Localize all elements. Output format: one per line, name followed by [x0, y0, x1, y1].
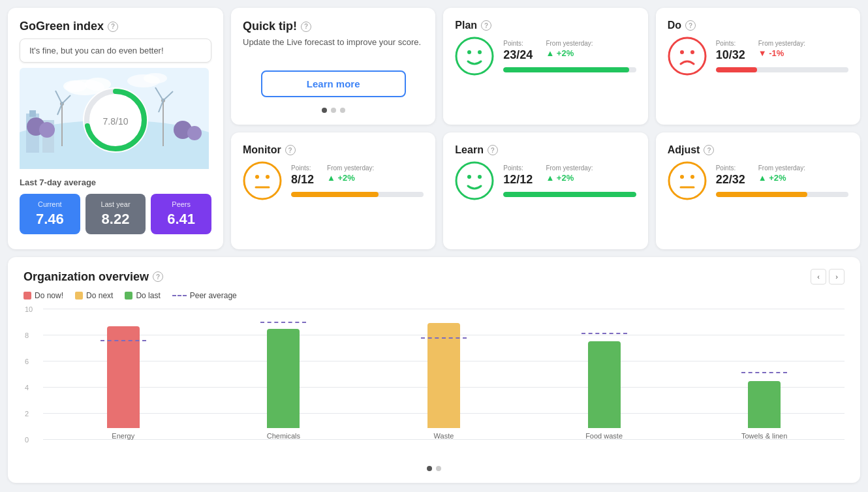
org-dot-1	[427, 466, 432, 471]
learn-points: Points: 12/12	[503, 164, 533, 187]
learn-face	[455, 161, 494, 200]
learn-details: Points: 12/12 From yesterday: ▲ +2%	[503, 164, 636, 197]
org-nav: ‹ ›	[811, 269, 845, 284]
svg-point-23	[144, 73, 167, 84]
plan-meta: Points: 23/24 From yesterday: ▲ +2%	[503, 40, 636, 62]
learn-card: Learn ? Points: 12/12	[443, 132, 647, 249]
monitor-title: Monitor ?	[243, 144, 424, 156]
bar-group-chemicals: Chemicals	[204, 304, 364, 440]
do-trend-value: ▼ -1%	[758, 48, 805, 58]
gogreen-visual: 7.8/10	[20, 68, 211, 172]
learn-trend: From yesterday: ▲ +2%	[546, 164, 593, 187]
monitor-details: Points: 8/12 From yesterday: ▲ +2%	[291, 164, 424, 197]
nav-prev-button[interactable]: ‹	[811, 269, 826, 284]
svg-point-29	[669, 38, 705, 74]
org-title: Organization overview ?	[23, 270, 163, 284]
monitor-body: Points: 8/12 From yesterday: ▲ +2%	[243, 161, 424, 200]
learn-title: Learn ?	[455, 144, 636, 156]
bar-wrapper-energy	[107, 304, 140, 428]
svg-point-34	[266, 175, 270, 179]
plan-face	[455, 37, 494, 76]
bar-group-waste: Waste	[364, 304, 524, 440]
do-body: Points: 10/32 From yesterday: ▼ -1%	[668, 37, 848, 76]
learn-more-button[interactable]: Learn more	[261, 70, 406, 97]
plan-progress	[503, 67, 636, 72]
do-meta: Points: 10/32 From yesterday: ▼ -1%	[716, 40, 848, 62]
bar-label-chemicals: Chemicals	[267, 432, 300, 440]
org-dot-2	[436, 466, 441, 471]
nav-next-button[interactable]: ›	[829, 269, 845, 284]
bar-chemicals-do-last	[267, 329, 300, 428]
plan-title: Plan ?	[455, 20, 636, 31]
plan-card: Plan ? Points: 23/24	[443, 8, 647, 125]
bar-label-towels: Towels & linen	[741, 432, 787, 440]
legend-do-next: Do next	[75, 291, 113, 300]
last7-label: Last 7-day average	[20, 177, 211, 187]
stat-peers: Peers 6.41	[151, 194, 211, 234]
right-grid: Quick tip! ? Update the Live forecast to…	[231, 8, 860, 249]
legend-do-now-dot	[23, 292, 31, 300]
plan-trend-value: ▲ +2%	[546, 48, 593, 58]
stat-current: Current 7.46	[20, 194, 80, 234]
learn-body: Points: 12/12 From yesterday: ▲ +2%	[455, 161, 636, 200]
org-bottom-dots	[23, 466, 845, 471]
org-help-icon[interactable]: ?	[153, 271, 163, 282]
quicktip-help-icon[interactable]: ?	[301, 22, 311, 32]
score-ring: 7.8/10	[83, 87, 148, 153]
adjust-help-icon[interactable]: ?	[704, 145, 714, 155]
svg-point-32	[244, 162, 281, 199]
plan-points: Points: 23/24	[503, 40, 533, 62]
svg-point-30	[680, 50, 684, 54]
stat-peers-label: Peers	[156, 200, 206, 208]
adjust-trend: From yesterday: ▲ +2%	[758, 164, 805, 187]
quicktip-dots	[243, 108, 424, 113]
legend-do-next-dot	[75, 292, 83, 300]
gogreen-card: GoGreen index ? It's fine, but you can d…	[8, 8, 223, 249]
monitor-trend-value: ▲ +2%	[327, 173, 374, 183]
bar-wrapper-chemicals	[267, 304, 300, 428]
adjust-details: Points: 22/32 From yesterday: ▲ +2%	[716, 164, 848, 197]
peer-line-towels	[741, 372, 787, 373]
stat-peers-value: 6.41	[156, 211, 206, 228]
bar-wrapper-waste	[427, 304, 460, 428]
monitor-help-icon[interactable]: ?	[285, 145, 296, 155]
org-header: Organization overview ? ‹ ›	[23, 269, 845, 284]
adjust-progress	[716, 192, 848, 197]
gogreen-help-icon[interactable]: ?	[108, 22, 118, 32]
adjust-trend-value: ▲ +2%	[758, 173, 805, 183]
legend-peer-avg: Peer average	[172, 291, 237, 300]
stat-last-label: Last year	[91, 200, 141, 208]
do-face	[668, 37, 707, 76]
monitor-meta: Points: 8/12 From yesterday: ▲ +2%	[291, 164, 424, 187]
legend-do-now: Do now!	[23, 291, 63, 300]
peer-line-chemicals	[260, 322, 306, 323]
adjust-body: Points: 22/32 From yesterday: ▲ +2%	[668, 161, 848, 200]
peer-line-food-waste	[581, 333, 627, 334]
svg-point-38	[478, 175, 482, 179]
svg-point-36	[456, 162, 493, 199]
bar-wrapper-food-waste	[588, 304, 621, 428]
org-overview-card: Organization overview ? ‹ › Do now! Do n…	[8, 257, 860, 483]
monitor-points: Points: 8/12	[291, 164, 314, 187]
adjust-title: Adjust ?	[668, 144, 848, 156]
do-card: Do ? Points: 10/32	[656, 8, 860, 125]
svg-point-27	[467, 50, 471, 54]
bar-label-food-waste: Food waste	[585, 432, 623, 440]
bar-group-towels: Towels & linen	[684, 304, 845, 440]
learn-help-icon[interactable]: ?	[488, 145, 498, 155]
legend-peer-line	[172, 295, 187, 296]
stat-current-label: Current	[25, 200, 75, 208]
svg-rect-3	[29, 110, 36, 117]
adjust-meta: Points: 22/32 From yesterday: ▲ +2%	[716, 164, 848, 187]
dot-1	[322, 108, 327, 113]
plan-help-icon[interactable]: ?	[481, 20, 491, 31]
legend-do-last-dot	[125, 292, 132, 300]
bar-group-energy: Energy	[43, 304, 204, 440]
do-help-icon[interactable]: ?	[685, 20, 696, 31]
quicktip-title: Quick tip! ?	[243, 20, 424, 33]
stat-current-value: 7.46	[25, 211, 75, 228]
adjust-card: Adjust ? Points: 22/32	[656, 132, 860, 249]
score-value: 7.8/10	[103, 112, 129, 129]
svg-point-39	[669, 162, 705, 199]
monitor-face	[243, 161, 282, 200]
